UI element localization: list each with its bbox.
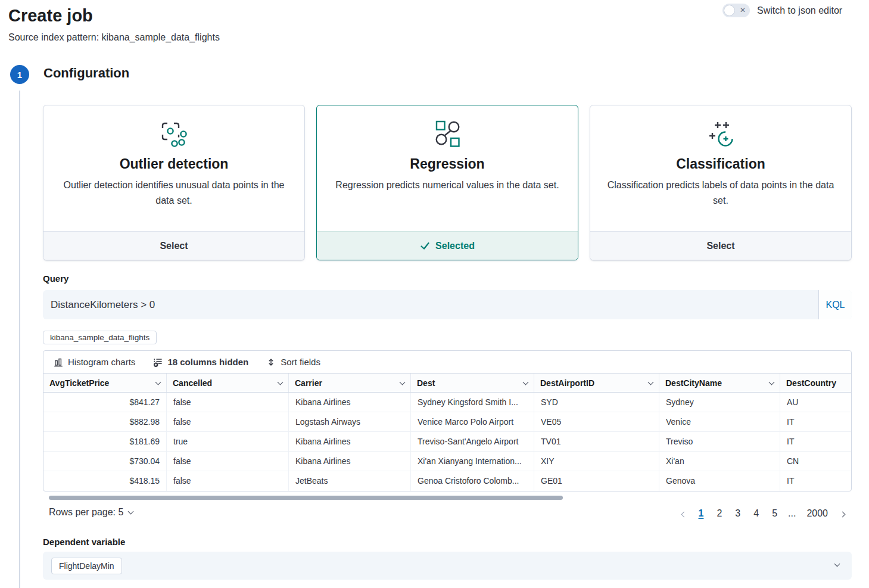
chevron-down-icon[interactable] — [834, 561, 840, 567]
histogram-charts-label: Histogram charts — [68, 357, 135, 367]
horizontal-scrollbar-thumb[interactable] — [49, 496, 563, 500]
table-cell: $181.69 — [43, 432, 167, 451]
table-row: $181.69 true Kibana Airlines Treviso-San… — [43, 432, 851, 452]
columns-hidden-button[interactable]: 18 columns hidden — [153, 357, 248, 367]
column-header-destcountry[interactable]: DestCountry — [780, 374, 851, 392]
table-cell: IT — [780, 432, 851, 451]
column-header-dest[interactable]: Dest — [411, 374, 534, 392]
chevron-down-icon — [128, 509, 134, 515]
table-cell: AU — [780, 393, 851, 412]
pagination-ellipsis: ... — [785, 506, 799, 521]
outlier-select-button[interactable]: Select — [43, 231, 304, 260]
classification-select-button[interactable]: Select — [590, 231, 851, 260]
source-index-pattern: Source index pattern: kibana_sample_data… — [8, 32, 220, 43]
query-value: DistanceKilometers > 0 — [51, 290, 155, 319]
table-cell: IT — [780, 471, 851, 491]
table-cell: Sydney — [659, 393, 780, 412]
column-header-destcityname[interactable]: DestCityName — [659, 374, 780, 392]
grid-toolbar: Histogram charts 18 columns hidden Sort … — [43, 351, 851, 374]
table-cell: VE05 — [534, 412, 659, 431]
sort-fields-button[interactable]: Sort fields — [266, 357, 320, 367]
table-cell: JetBeats — [289, 471, 411, 491]
rows-per-page-label: Rows per page: 5 — [49, 507, 123, 518]
page-button-4[interactable]: 4 — [748, 506, 764, 521]
switch-off-x-icon: ✕ — [740, 6, 746, 14]
table-cell: Venice Marco Polo Airport — [411, 412, 534, 431]
table-cell: Treviso-Sant'Angelo Airport — [411, 432, 534, 451]
query-label: Query — [43, 273, 68, 284]
table-cell: Sydney Kingsford Smith I... — [411, 393, 534, 412]
table-cell: Kibana Airlines — [289, 432, 411, 451]
table-cell: false — [167, 471, 289, 491]
dependent-variable-combobox[interactable]: FlightDelayMin — [43, 552, 852, 580]
page-button-2000[interactable]: 2000 — [801, 506, 833, 521]
card-classification[interactable]: Classification Classification predicts l… — [590, 105, 852, 260]
outlier-select-label: Select — [160, 241, 188, 251]
chevron-down-icon — [523, 379, 529, 385]
column-header-cancelled[interactable]: Cancelled — [167, 374, 289, 392]
card-regression[interactable]: Regression Regression predicts numerical… — [316, 105, 578, 260]
card-outlier-detection[interactable]: Outlier detection Outlier detection iden… — [43, 105, 305, 260]
json-editor-toggle-group: ✕ Switch to json editor — [722, 4, 842, 17]
step-number-badge: 1 — [10, 65, 29, 84]
regression-selected-button[interactable]: Selected — [317, 231, 578, 260]
page-button-5[interactable]: 5 — [767, 506, 783, 521]
table-cell: $418.15 — [43, 471, 167, 491]
table-cell: $882.98 — [43, 412, 167, 431]
json-editor-switch[interactable]: ✕ — [722, 4, 750, 17]
columns-hidden-label: 18 columns hidden — [167, 357, 248, 367]
grid-header-row: AvgTicketPrice Cancelled Carrier Dest De… — [43, 374, 851, 393]
next-page-button[interactable] — [836, 506, 849, 521]
table-cell: $730.04 — [43, 452, 167, 471]
table-cell: true — [167, 432, 289, 451]
previous-page-button[interactable] — [677, 506, 691, 521]
page-title: Create job — [8, 6, 93, 26]
column-header-carrier[interactable]: Carrier — [289, 374, 411, 392]
sort-fields-label: Sort fields — [281, 357, 320, 367]
query-input[interactable]: DistanceKilometers > 0 KQL — [43, 290, 852, 319]
table-row: $730.04 false Kibana Airlines Xi'an Xian… — [43, 452, 851, 471]
json-editor-toggle-label: Switch to json editor — [757, 5, 842, 16]
dependent-variable-label: Dependent variable — [43, 537, 125, 547]
chevron-down-icon — [648, 379, 654, 385]
page-button-2[interactable]: 2 — [711, 506, 727, 521]
table-cell: GE01 — [534, 471, 659, 491]
table-cell: false — [167, 412, 289, 431]
sort-fields-icon — [266, 357, 276, 367]
page-button-1[interactable]: 1 — [693, 506, 709, 521]
table-cell: Kibana Airlines — [289, 393, 411, 412]
chevron-down-icon — [278, 379, 284, 385]
table-cell: Treviso — [659, 432, 780, 451]
table-cell: Genova — [659, 471, 780, 491]
pagination: 1 2 3 4 5 ... 2000 — [677, 506, 849, 521]
switch-knob — [724, 5, 735, 16]
page-button-3[interactable]: 3 — [730, 506, 746, 521]
table-cell: Logstash Airways — [289, 412, 411, 431]
regression-card-description: Regression predicts numerical values in … — [334, 178, 561, 193]
column-label: DestAirportID — [540, 378, 594, 388]
column-header-avgticketprice[interactable]: AvgTicketPrice — [43, 374, 167, 392]
outlier-card-title: Outlier detection — [43, 156, 304, 172]
regression-card-title: Regression — [317, 156, 578, 172]
kql-language-button[interactable]: KQL — [818, 290, 852, 319]
column-label: AvgTicketPrice — [49, 378, 109, 388]
table-row: $841.27 false Kibana Airlines Sydney Kin… — [43, 393, 851, 412]
chevron-down-icon — [400, 379, 406, 385]
classification-card-title: Classification — [590, 156, 851, 172]
step-connector-line — [19, 91, 20, 588]
table-cell: false — [167, 393, 289, 412]
column-label: Dest — [417, 378, 435, 388]
table-cell: Venice — [659, 412, 780, 431]
table-cell: Xi'an — [659, 452, 780, 471]
table-cell: CN — [780, 452, 851, 471]
classification-card-description: Classification predicts labels of data p… — [607, 178, 834, 209]
table-cell: IT — [780, 412, 851, 431]
column-header-destairportid[interactable]: DestAirportID — [534, 374, 659, 392]
rows-per-page-selector[interactable]: Rows per page: 5 — [49, 507, 133, 518]
table-cell: $841.27 — [43, 393, 167, 412]
table-cell: TV01 — [534, 432, 659, 451]
regression-selected-label: Selected — [435, 241, 475, 251]
histogram-charts-button[interactable]: Histogram charts — [54, 357, 135, 367]
histogram-icon — [54, 357, 63, 367]
table-cell: false — [167, 452, 289, 471]
